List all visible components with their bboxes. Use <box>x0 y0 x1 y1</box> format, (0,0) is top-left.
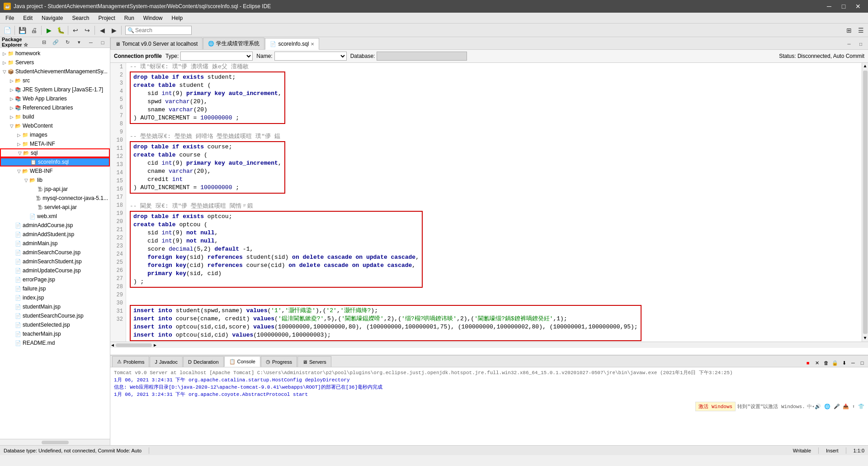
tab-tomcat[interactable]: 🖥 Tomcat v9.0 Server at localhost <box>110 38 203 49</box>
tree-item-webapp-libs[interactable]: ▷ 📚 Web App Libraries <box>0 94 110 103</box>
debug-button[interactable]: 🐛 <box>55 25 66 36</box>
tree-item-mysql-connector[interactable]: 🗜 mysql-connector-java-5.1... <box>0 194 110 203</box>
tree-item-adminAddCourse[interactable]: 📄 adminAddCourse.jsp <box>0 221 110 230</box>
menu-edit[interactable]: Edit <box>19 14 36 22</box>
tree-item-teacherMain[interactable]: 📄 teacherMain.jsp <box>0 329 110 338</box>
pe-sync[interactable]: ↻ <box>62 37 73 48</box>
tree-item-servlet-api[interactable]: 🗜 servlet-api.jar <box>0 203 110 212</box>
menu-help[interactable]: Help <box>168 14 187 22</box>
tree-item-studentSelected[interactable]: 📄 studentSelected.jsp <box>0 320 110 329</box>
tab-scoreinfo[interactable]: 📄 scoreInfo.sql ✕ <box>265 38 319 50</box>
tree-item-readme[interactable]: 📄 README.md <box>0 338 110 347</box>
tree-item-sql[interactable]: ▽ 📂 sql <box>0 148 110 157</box>
print-button[interactable]: 🖨 <box>28 25 39 36</box>
btab-problems[interactable]: ⚠ Problems <box>112 356 149 367</box>
menu-window[interactable]: Window <box>140 14 166 22</box>
tree-item-servers[interactable]: ▷ 📁 Servers <box>0 58 110 67</box>
tree-item-ref-libs[interactable]: ▷ 📚 Referenced Libraries <box>0 103 110 112</box>
btab-progress[interactable]: ◷ Progress <box>261 356 297 367</box>
minimize-button[interactable]: ─ <box>823 0 835 13</box>
tree-item-homework[interactable]: ▷ 📁 homework <box>0 49 110 58</box>
console-remove[interactable]: ✕ <box>813 359 821 367</box>
tree-item-adminUpdateCourse[interactable]: 📄 adminUpdateCourse.jsp <box>0 266 110 275</box>
console-scroll-end[interactable]: ⬇ <box>840 359 848 367</box>
tree-item-adminAddStudent[interactable]: 📄 adminAddStudent.jsp <box>0 230 110 239</box>
tab-student-mgmt[interactable]: 🌐 学生成绩管理系统 <box>203 38 264 49</box>
tree-item-meta-inf[interactable]: ▷ 📁 META-INF <box>0 139 110 148</box>
window-title: Java project - StudentAchievementManagem… <box>14 3 271 10</box>
tree-item-student-mgmt[interactable]: ▽ 📦 StudentAchievementManagementSy... <box>0 67 110 76</box>
jsp-icon-ep: 📄 <box>14 276 22 283</box>
scroll-down-btn[interactable]: ▼ <box>863 335 867 342</box>
pe-maximize[interactable]: □ <box>97 37 108 48</box>
code-lines[interactable]: -- 璞°蚜琛€: 璞″儚 瀵嗙爜 姝e父 澶栭敭 drop table if … <box>126 63 862 342</box>
tree-item-web-xml[interactable]: 📄 web.xml <box>0 212 110 221</box>
pe-scrollbar[interactable] <box>0 439 110 445</box>
pe-tree[interactable]: ▷ 📁 homework ▷ 📁 Servers ▽ 📦 StudentAchi… <box>0 48 110 439</box>
tree-item-errorPage[interactable]: 📄 errorPage.jsp <box>0 275 110 284</box>
editor-maximize[interactable]: □ <box>855 38 866 49</box>
btab-console[interactable]: 📋 Console <box>224 356 260 367</box>
menu-navigate[interactable]: Navigate <box>38 14 66 22</box>
btab-declaration[interactable]: D Declaration <box>183 356 224 367</box>
tree-item-jre[interactable]: ▷ 📚 JRE System Library [JavaSE-1.7] <box>0 85 110 94</box>
menu-project[interactable]: Project <box>94 14 118 22</box>
panel-minimize-btn[interactable]: ─ <box>849 359 857 367</box>
tree-item-adminSearchStudent[interactable]: 📄 adminSearchStudent.jsp <box>0 257 110 266</box>
editor-minimize[interactable]: ─ <box>844 38 854 49</box>
save-button[interactable]: 💾 <box>17 25 28 36</box>
search-input[interactable] <box>135 27 189 33</box>
prev-button[interactable]: ◀ <box>97 25 108 36</box>
tree-item-images[interactable]: ▷ 📁 images <box>0 130 110 139</box>
tree-item-scoreinfo[interactable]: 📋 scoreInfo.sql <box>0 157 110 166</box>
pe-link-editor[interactable]: 🔗 <box>50 37 61 48</box>
type-select[interactable] <box>180 52 253 61</box>
tree-item-webcontent[interactable]: ▽ 📂 WebContent <box>0 121 110 130</box>
menu-file[interactable]: File <box>2 14 18 22</box>
tree-item-index[interactable]: 📄 index.jsp <box>0 293 110 302</box>
console-clear[interactable]: 🗑 <box>822 359 830 367</box>
run-button[interactable]: ▶ <box>43 25 54 36</box>
hscroll-right[interactable]: ▶ <box>153 342 157 348</box>
tree-item-build[interactable]: ▷ 📁 build <box>0 112 110 121</box>
tree-item-web-inf[interactable]: ▽ 📂 WEB-INF <box>0 166 110 176</box>
panel-maximize-btn[interactable]: □ <box>858 359 866 367</box>
tree-item-jsp-api[interactable]: 🗜 jsp-api.jar <box>0 185 110 194</box>
menu-run[interactable]: Run <box>121 14 138 22</box>
next-button[interactable]: ▶ <box>108 25 119 36</box>
scroll-thumb[interactable] <box>863 71 868 334</box>
btab-javadoc[interactable]: J Javadoc <box>150 356 182 367</box>
btab-servers[interactable]: 🖥 Servers <box>297 356 331 367</box>
tree-item-src[interactable]: ▷ 📂 src <box>0 76 110 85</box>
tree-item-adminMain[interactable]: 📄 adminMain.jsp <box>0 239 110 248</box>
hscroll-thumb[interactable] <box>116 343 152 347</box>
search-box[interactable]: 🔍 <box>125 26 192 35</box>
pe-collapse-all[interactable]: ⊟ <box>38 37 49 48</box>
sql-editor[interactable]: 1 2 3 4 5 6 7 8 9 10 11 12 13 14 15 16 1 <box>110 63 868 355</box>
editor-vscrollbar[interactable]: ▲ ▼ <box>862 63 868 342</box>
database-input[interactable] <box>377 52 467 61</box>
maximize-button[interactable]: □ <box>837 0 850 13</box>
undo-button[interactable]: ↩ <box>70 25 81 36</box>
tree-item-failure[interactable]: 📄 failure.jsp <box>0 284 110 293</box>
toolbar-icon-right-1[interactable]: ⊞ <box>844 25 854 36</box>
new-button[interactable]: 📄 <box>2 25 13 36</box>
tree-item-studentMain[interactable]: 📄 studentMain.jsp <box>0 302 110 311</box>
redo-button[interactable]: ↪ <box>82 25 93 36</box>
name-select[interactable] <box>274 52 347 61</box>
folder-icon-homework: 📁 <box>7 50 14 57</box>
toolbar-icon-right-2[interactable]: ☰ <box>855 25 866 36</box>
tree-item-studentSearchCourse[interactable]: 📄 studentSearchCourse.jsp <box>0 311 110 320</box>
console-terminate[interactable]: ■ <box>804 359 812 367</box>
editor-hscrollbar[interactable]: ◀ ▶ <box>110 342 868 348</box>
scroll-up-btn[interactable]: ▲ <box>863 63 867 70</box>
menu-search[interactable]: Search <box>68 14 93 22</box>
tree-item-adminSearchCourse[interactable]: 📄 adminSearchCourse.jsp <box>0 248 110 257</box>
tree-item-lib[interactable]: ▽ 📂 lib <box>0 176 110 185</box>
close-button[interactable]: ✕ <box>852 0 864 13</box>
console-scroll-lock[interactable]: 🔒 <box>831 359 839 367</box>
tab-scoreinfo-close[interactable]: ✕ <box>311 42 314 47</box>
hscroll-left[interactable]: ◀ <box>110 342 115 348</box>
pe-minimize[interactable]: ─ <box>85 37 96 48</box>
pe-menu[interactable]: ▾ <box>74 37 85 48</box>
